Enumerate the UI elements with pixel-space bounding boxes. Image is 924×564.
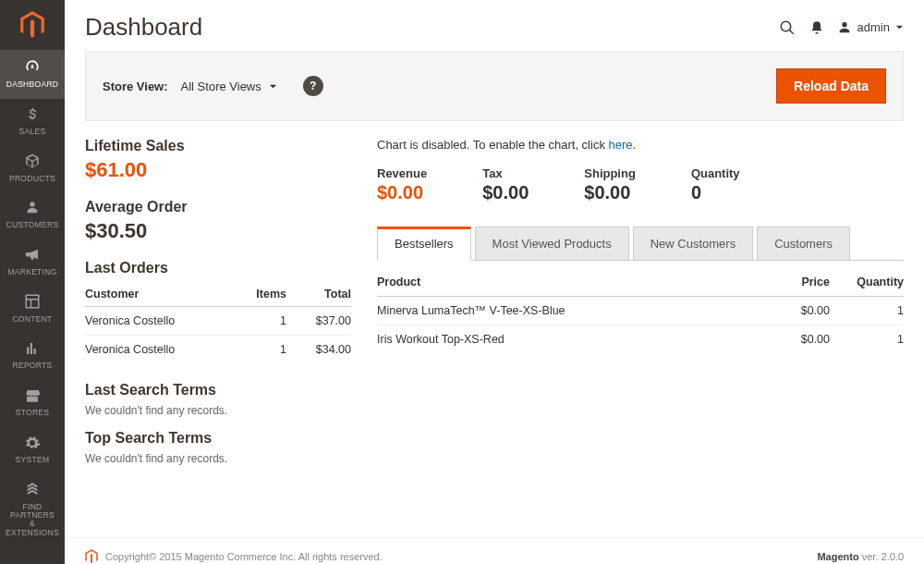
nav-label: MARKETING xyxy=(7,268,56,276)
page-title: Dashboard xyxy=(85,13,202,42)
nav-marketing[interactable]: MARKETING xyxy=(0,239,65,287)
page-header: Dashboard admin xyxy=(65,0,924,51)
tab-most-viewed[interactable]: Most Viewed Products xyxy=(475,227,629,261)
nav-reports[interactable]: REPORTS xyxy=(0,333,65,380)
chevron-down-icon xyxy=(269,82,277,91)
store-view-label: Store View: xyxy=(103,80,168,93)
chart-disabled-note: Chart is disabled. To enable the chart, … xyxy=(377,138,904,152)
store-toolbar: Store View: All Store Views ? Reload Dat… xyxy=(85,51,904,121)
top-search-note: We couldn't find any records. xyxy=(85,452,351,465)
metric-label: Quantity xyxy=(691,166,740,180)
last-search-note: We couldn't find any records. xyxy=(85,404,351,417)
svg-point-3 xyxy=(781,21,791,31)
gear-icon xyxy=(24,435,41,453)
nav-dashboard[interactable]: DASHBOARD xyxy=(0,50,65,99)
nav-stores[interactable]: STORES xyxy=(0,380,65,427)
tab-bestsellers[interactable]: Bestsellers xyxy=(377,227,471,261)
dashboard-tabs: Bestsellers Most Viewed Products New Cus… xyxy=(377,226,904,261)
nav-content[interactable]: CONTENT xyxy=(0,286,65,333)
sidebar: DASHBOARD SALES PRODUCTS CUSTOMERS MARKE… xyxy=(0,0,65,564)
metric-quantity: Quantity 0 xyxy=(691,166,740,203)
nav-label: CUSTOMERS xyxy=(6,221,59,229)
notifications-icon[interactable] xyxy=(802,15,832,41)
metric-label: Revenue xyxy=(377,166,427,180)
reload-data-button[interactable]: Reload Data xyxy=(776,68,886,104)
metric-value: 0 xyxy=(691,182,740,203)
cell-price: $0.00 xyxy=(756,325,830,354)
cell-customer: Veronica Costello xyxy=(85,307,231,336)
metric-shipping: Shipping $0.00 xyxy=(584,166,636,203)
average-order-value: $30.50 xyxy=(85,219,351,243)
metric-label: Tax xyxy=(482,166,529,180)
stores-icon xyxy=(24,387,41,406)
products-icon xyxy=(24,153,41,171)
col-items: Items xyxy=(231,282,286,307)
top-search-title: Top Search Terms xyxy=(85,430,351,447)
last-orders-table: Customer Items Total Veronica Costello 1… xyxy=(85,282,351,363)
cell-items: 1 xyxy=(231,336,286,364)
help-icon[interactable]: ? xyxy=(303,76,323,96)
user-menu[interactable]: admin xyxy=(837,20,904,35)
average-order-title: Average Order xyxy=(85,199,351,215)
magento-logo-small xyxy=(85,549,98,564)
cell-items: 1 xyxy=(231,307,286,336)
magento-logo[interactable] xyxy=(0,0,65,50)
partners-icon xyxy=(24,481,41,499)
copyright: Copyright© 2015 Magento Commerce Inc. Al… xyxy=(105,551,383,562)
col-product: Product xyxy=(377,270,756,297)
nav-products[interactable]: PRODUCTS xyxy=(0,145,65,192)
cell-customer: Veronica Costello xyxy=(85,336,231,364)
last-search-title: Last Search Terms xyxy=(85,382,351,398)
megaphone-icon xyxy=(24,247,41,265)
metric-revenue: Revenue $0.00 xyxy=(377,166,427,203)
nav-partners[interactable]: FIND PARTNERS & EXTENSIONS xyxy=(0,473,65,546)
table-row[interactable]: Veronica Costello 1 $37.00 xyxy=(85,307,351,336)
metric-value: $0.00 xyxy=(584,182,636,203)
content-icon xyxy=(24,293,41,312)
nav-label: FIND PARTNERS & EXTENSIONS xyxy=(2,503,63,537)
enable-chart-link[interactable]: here xyxy=(609,138,633,152)
tab-new-customers[interactable]: New Customers xyxy=(633,227,753,261)
chevron-down-icon xyxy=(895,23,904,31)
tab-customers[interactable]: Customers xyxy=(757,227,850,261)
nav-label: SALES xyxy=(19,128,46,136)
last-orders-title: Last Orders xyxy=(85,260,351,276)
col-customer: Customer xyxy=(85,282,231,307)
table-row[interactable]: Iris Workout Top-XS-Red $0.00 1 xyxy=(377,325,904,354)
col-price: Price xyxy=(756,270,830,297)
metric-tax: Tax $0.00 xyxy=(482,166,529,203)
table-row[interactable]: Veronica Costello 1 $34.00 xyxy=(85,336,351,364)
search-icon[interactable] xyxy=(772,15,802,41)
lifetime-sales-value: $61.00 xyxy=(85,158,351,182)
table-row[interactable]: Minerva LumaTech™ V-Tee-XS-Blue $0.00 1 xyxy=(377,297,904,325)
person-icon xyxy=(25,200,40,218)
store-view-value: All Store Views xyxy=(181,80,261,93)
nav-label: CONTENT xyxy=(12,315,52,324)
lifetime-sales-block: Lifetime Sales $61.00 xyxy=(85,138,351,182)
user-icon xyxy=(837,20,852,35)
cell-quantity: 1 xyxy=(830,325,904,354)
nav-label: SYSTEM xyxy=(16,456,50,464)
dollar-icon xyxy=(24,106,41,125)
nav-customers[interactable]: CUSTOMERS xyxy=(0,192,65,239)
footer: Copyright© 2015 Magento Commerce Inc. Al… xyxy=(65,537,924,564)
col-quantity: Quantity xyxy=(830,270,904,297)
bestsellers-table: Product Price Quantity Minerva LumaTech™… xyxy=(377,270,904,353)
version: Magento ver. 2.0.0 xyxy=(817,551,904,562)
metric-value: $0.00 xyxy=(377,182,427,203)
nav-system[interactable]: SYSTEM xyxy=(0,427,65,474)
col-total: Total xyxy=(286,282,351,307)
metric-label: Shipping xyxy=(584,166,636,180)
cell-total: $37.00 xyxy=(286,307,351,336)
average-order-block: Average Order $30.50 xyxy=(85,199,351,243)
lifetime-sales-title: Lifetime Sales xyxy=(85,138,351,154)
nav-sales[interactable]: SALES xyxy=(0,99,65,146)
nav-label: STORES xyxy=(16,409,50,417)
dashboard-icon xyxy=(23,57,42,78)
metric-value: $0.00 xyxy=(482,182,529,203)
cell-product: Iris Workout Top-XS-Red xyxy=(377,325,756,354)
nav-label: PRODUCTS xyxy=(9,175,55,183)
svg-line-4 xyxy=(789,30,794,34)
store-switcher[interactable]: All Store Views xyxy=(181,80,277,93)
username: admin xyxy=(857,20,890,34)
